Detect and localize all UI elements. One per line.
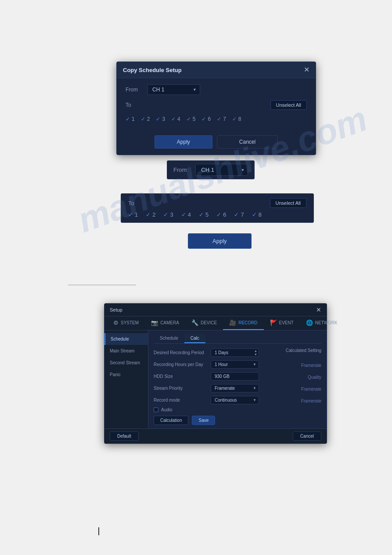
zoomed-ch2[interactable]: ✓ 2 <box>146 211 155 218</box>
zoomed-to-section: To Unselect All ✓ 1 ✓ 2 ✓ 3 ✓ 4 ✓ 5 ✓ 6 … <box>121 193 314 223</box>
channel-3-check[interactable]: ✓ 3 <box>156 116 165 122</box>
channel-5-label: 5 <box>193 116 196 122</box>
nav-camera[interactable]: 📷 CAMERA <box>145 316 185 330</box>
nav-network-label: NETWORK <box>315 320 338 325</box>
recording-hours-select[interactable]: 1 Hour 2 Hours <box>211 360 259 369</box>
spinner-down[interactable]: ▼ <box>254 353 257 356</box>
zoomed-ch7[interactable]: ✓ 7 <box>234 211 244 218</box>
nav-network[interactable]: 🌐 NETWORK <box>300 316 344 330</box>
recording-hours-label: Recording Hours per Day <box>154 362 211 367</box>
channel-4-label: 4 <box>177 116 180 122</box>
setup-bottom-bar: Default Cancel <box>104 428 327 443</box>
zoomed-ch4[interactable]: ✓ 4 <box>181 211 191 218</box>
hdd-size-input[interactable] <box>211 372 259 381</box>
record-mode-select-wrapper: Continuous Motion <box>211 395 259 404</box>
sidebar-panic[interactable]: Panic <box>104 369 148 381</box>
framerate-result2: Framerate <box>301 399 321 403</box>
dialog-footer: Apply Cancel <box>117 132 316 155</box>
sidebar-main-stream[interactable]: Main Stream <box>104 345 148 357</box>
channel-2-check[interactable]: ✓ 2 <box>141 116 150 122</box>
zoomed-from-select[interactable]: CH 1 CH 2 <box>195 164 248 176</box>
hdd-size-label: HDD Size <box>154 374 211 379</box>
to-row: To Unselect All <box>126 100 307 110</box>
default-button[interactable]: Default <box>110 432 139 441</box>
audio-checkbox[interactable] <box>154 407 158 412</box>
nav-event[interactable]: 🚩 EVENT <box>264 316 300 330</box>
tab-schedule[interactable]: Schedule <box>154 334 184 343</box>
desired-recording-period-input[interactable] <box>211 348 259 357</box>
spinner-up[interactable]: ▲ <box>254 349 257 352</box>
channel-1-check[interactable]: ✓ 1 <box>126 116 135 122</box>
channel-8-label: 8 <box>238 116 241 122</box>
desired-recording-spinner: ▲ ▼ <box>211 348 259 357</box>
nav-event-label: EVENT <box>279 320 294 325</box>
system-icon: ⚙ <box>113 319 119 326</box>
zoomed-ch3[interactable]: ✓ 3 <box>163 211 173 218</box>
nav-record-label: RECORD <box>238 320 257 325</box>
quality-calc-label: Quality <box>308 375 321 380</box>
sidebar-second-stream[interactable]: Second Stream <box>104 357 148 369</box>
from-select-wrapper: CH 1 CH 2 <box>147 84 200 95</box>
zoomed-from-label: From <box>173 167 187 173</box>
channel-6-check[interactable]: ✓ 6 <box>201 116 211 122</box>
setup-titlebar: Setup ✕ <box>104 304 327 316</box>
check-mark-2: ✓ <box>141 116 145 122</box>
calculated-setting-label: Calculated Setting <box>286 348 321 353</box>
from-channel-select[interactable]: CH 1 CH 2 <box>147 84 200 95</box>
unselect-all-button[interactable]: Unselect All <box>270 100 307 110</box>
check-mark-7: ✓ <box>217 116 221 122</box>
check-mark-3: ✓ <box>156 116 160 122</box>
tab-calc[interactable]: Calc <box>184 334 205 343</box>
nav-record[interactable]: 🎥 RECORD <box>223 316 263 330</box>
zoomed-unselect-all-button[interactable]: Unselect All <box>270 198 306 208</box>
channel-8-check[interactable]: ✓ 8 <box>232 116 241 122</box>
channel-2-label: 2 <box>147 116 150 122</box>
setup-action-row: Calculation Save <box>154 416 321 425</box>
channel-4-check[interactable]: ✓ 4 <box>171 116 180 122</box>
apply-button[interactable]: Apply <box>155 135 212 149</box>
zoomed-ch6[interactable]: ✓ 6 <box>216 211 226 218</box>
check-mark-6: ✓ <box>201 116 206 122</box>
zoomed-ch8[interactable]: ✓ 8 <box>252 211 262 218</box>
dialog-close-button[interactable]: ✕ <box>304 66 309 73</box>
stream-priority-control: Framerate Quality <box>211 384 296 392</box>
setup-title: Setup <box>110 307 122 312</box>
recording-hours-control: 1 Hour 2 Hours <box>211 360 296 369</box>
text-cursor <box>98 527 99 535</box>
spinner-arrows: ▲ ▼ <box>254 348 257 357</box>
dialog-titlebar: Copy Schedule Setup ✕ <box>117 62 316 78</box>
record-mode-select[interactable]: Continuous Motion <box>211 396 259 404</box>
setup-content: Schedule Main Stream Second Stream Panic… <box>104 330 327 428</box>
dialog-title: Copy Schedule Setup <box>123 67 182 73</box>
setup-nav: ⚙ SYSTEM 📷 CAMERA 🔧 DEVICE 🎥 RECORD 🚩 EV… <box>104 316 327 330</box>
cancel-button[interactable]: Cancel <box>217 135 278 149</box>
nav-system[interactable]: ⚙ SYSTEM <box>107 316 145 330</box>
sidebar-schedule[interactable]: Schedule <box>104 333 148 345</box>
zoomed-apply-button[interactable]: Apply <box>188 233 252 249</box>
zoomed-ch1[interactable]: ✓ 1 <box>128 211 138 218</box>
hdd-size-control <box>211 372 302 381</box>
setup-close-button[interactable]: ✕ <box>316 306 321 313</box>
from-label: From <box>126 87 147 93</box>
stream-priority-select[interactable]: Framerate Quality <box>211 384 259 392</box>
record-mode-control: Continuous Motion <box>211 395 296 404</box>
zoomed-from-row: From CH 1 CH 2 <box>167 160 255 179</box>
check-mark-8: ✓ <box>232 116 237 122</box>
zoomed-ch5[interactable]: ✓ 5 <box>199 211 209 218</box>
recording-hours-select-wrapper: 1 Hour 2 Hours <box>211 360 259 369</box>
setup-form-area: Calculated Setting Desired Recording Per… <box>154 348 321 425</box>
channel-1-label: 1 <box>132 116 135 122</box>
stream-priority-select-wrapper: Framerate Quality <box>211 384 259 392</box>
dialog-body: From CH 1 CH 2 To Unselect All ✓ 1 ✓ <box>117 78 316 132</box>
channel-3-label: 3 <box>162 116 165 122</box>
setup-tabs: Schedule Calc <box>154 334 321 344</box>
save-button[interactable]: Save <box>192 416 215 425</box>
nav-system-label: SYSTEM <box>121 320 139 325</box>
bottom-cancel-button[interactable]: Cancel <box>293 432 321 441</box>
recording-hours-row: Recording Hours per Day 1 Hour 2 Hours F… <box>154 360 321 369</box>
channel-7-check[interactable]: ✓ 7 <box>217 116 226 122</box>
nav-camera-label: CAMERA <box>160 320 179 325</box>
channel-5-check[interactable]: ✓ 5 <box>187 116 196 122</box>
nav-device[interactable]: 🔧 DEVICE <box>185 316 223 330</box>
calculation-button[interactable]: Calculation <box>154 416 188 425</box>
